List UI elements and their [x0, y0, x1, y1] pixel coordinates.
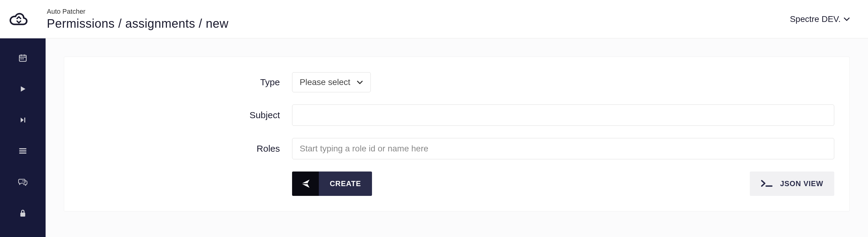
type-select[interactable]: Please select	[292, 72, 371, 92]
roles-control-wrap	[292, 138, 834, 159]
play-icon	[19, 85, 27, 93]
subject-label: Subject	[79, 110, 292, 120]
type-label: Type	[79, 77, 292, 87]
header: Auto Patcher Permissions / assignments /…	[0, 0, 868, 38]
form-row-roles: Roles	[79, 138, 834, 159]
create-button-label: CREATE	[319, 172, 372, 196]
roles-input[interactable]	[292, 138, 834, 159]
form-row-subject: Subject	[79, 104, 834, 126]
send-icon-wrap	[292, 172, 319, 196]
create-button[interactable]: CREATE	[292, 172, 372, 196]
form-row-type: Type Please select	[79, 72, 834, 92]
sidebar-item-chat[interactable]	[16, 175, 30, 189]
svg-rect-7	[19, 148, 26, 150]
org-name: Spectre DEV.	[790, 14, 841, 24]
subject-control-wrap	[292, 104, 834, 126]
svg-rect-4	[21, 58, 22, 59]
lock-icon	[19, 209, 26, 217]
sidebar	[0, 38, 45, 237]
terminal-icon	[761, 179, 773, 188]
chevron-down-icon	[844, 17, 850, 21]
list-icon	[19, 148, 27, 155]
chat-icon	[18, 178, 27, 186]
send-icon	[299, 178, 312, 189]
sidebar-item-step-forward[interactable]	[16, 113, 30, 127]
svg-rect-6	[24, 117, 25, 123]
form-card: Type Please select Subject Roles	[64, 57, 850, 211]
type-control-wrap: Please select	[292, 72, 834, 92]
step-forward-icon	[19, 116, 26, 124]
org-switcher[interactable]: Spectre DEV.	[790, 14, 850, 24]
svg-rect-10	[20, 213, 25, 217]
breadcrumb[interactable]: Permissions / assignments / new	[47, 17, 228, 30]
header-text: Auto Patcher Permissions / assignments /…	[47, 8, 228, 30]
type-select-text: Please select	[300, 77, 350, 87]
roles-label: Roles	[79, 143, 292, 154]
sidebar-item-play[interactable]	[16, 82, 30, 96]
json-view-button-label: JSON VIEW	[780, 179, 823, 188]
sidebar-item-calendar[interactable]	[16, 51, 30, 65]
button-row-inner: CREATE JSON VIEW	[292, 172, 834, 196]
app-logo[interactable]	[9, 9, 29, 29]
header-left: Auto Patcher Permissions / assignments /…	[9, 8, 228, 30]
app-name: Auto Patcher	[47, 8, 228, 16]
button-row: CREATE JSON VIEW	[79, 172, 834, 196]
svg-rect-8	[19, 151, 26, 152]
calendar-icon	[18, 53, 27, 62]
cloud-sync-icon	[9, 12, 29, 27]
svg-rect-5	[23, 58, 24, 59]
subject-input[interactable]	[292, 104, 834, 126]
sidebar-item-list[interactable]	[16, 144, 30, 158]
sidebar-item-lock[interactable]	[16, 206, 30, 220]
svg-rect-9	[19, 153, 26, 154]
main-area: Type Please select Subject Roles	[45, 38, 868, 237]
json-view-button[interactable]: JSON VIEW	[750, 172, 834, 196]
content-wrap: Type Please select Subject Roles	[0, 38, 868, 237]
chevron-down-icon	[356, 80, 363, 85]
